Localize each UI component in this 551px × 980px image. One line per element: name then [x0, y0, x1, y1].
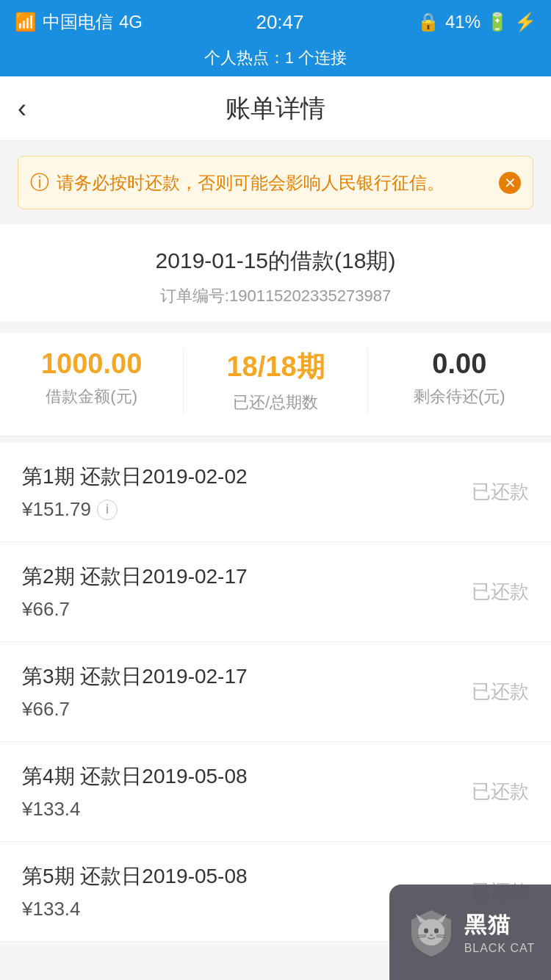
svg-point-5	[430, 934, 433, 937]
order-number-value: 190115202335273987	[229, 287, 391, 305]
info-icon-0[interactable]: i	[97, 500, 118, 520]
installment-period-3: 第4期 还款日2019-05-08	[22, 763, 248, 790]
order-number-label: 订单编号:	[160, 287, 229, 305]
status-right: 🔒 41% 🔋 ⚡	[417, 12, 536, 32]
warning-close-button[interactable]: ✕	[499, 172, 521, 194]
svg-point-0	[418, 919, 444, 945]
signal-icon: 📶	[15, 12, 37, 32]
installment-period-1: 第2期 还款日2019-02-17	[22, 563, 248, 591]
carrier-label: 中国电信	[43, 10, 113, 34]
installment-item: 第3期 还款日2019-02-17 ¥66.7 已还款	[0, 642, 551, 742]
installment-amount-4: ¥133.4	[22, 898, 248, 920]
stat-loan-amount: 1000.00 借款金额(元)	[0, 348, 183, 414]
page-title: 账单详情	[226, 92, 325, 126]
loan-amount-label: 借款金额(元)	[0, 386, 183, 408]
installment-left-3: 第4期 还款日2019-05-08 ¥133.4	[22, 763, 248, 821]
installment-period-2: 第3期 还款日2019-02-17	[22, 663, 248, 691]
installment-amount-2: ¥66.7	[22, 698, 248, 721]
installment-status-3: 已还款	[472, 779, 529, 804]
remaining-value: 0.00	[368, 348, 551, 380]
installment-status-0: 已还款	[472, 479, 529, 505]
installment-period-4: 第5期 还款日2019-05-08	[22, 862, 248, 890]
installment-left-1: 第2期 还款日2019-02-17 ¥66.7	[22, 563, 248, 621]
cat-chinese-text: 黑猫	[464, 910, 511, 940]
installment-left-0: 第1期 还款日2019-02-02 ¥151.79 i	[22, 463, 248, 521]
installment-amount-0: ¥151.79 i	[22, 498, 248, 521]
installment-left-2: 第3期 还款日2019-02-17 ¥66.7	[22, 663, 248, 721]
battery-icon: 🔋	[486, 12, 508, 32]
installment-item: 第1期 还款日2019-02-02 ¥151.79 i 已还款	[0, 442, 551, 542]
stat-remaining: 0.00 剩余待还(元)	[368, 348, 551, 414]
order-info: 2019-01-15的借款(18期) 订单编号:1901152023352739…	[0, 224, 551, 322]
installment-amount-3: ¥133.4	[22, 798, 248, 821]
installment-left-4: 第5期 还款日2019-05-08 ¥133.4	[22, 862, 248, 920]
remaining-label: 剩余待还(元)	[368, 386, 551, 408]
warning-icon: ⓘ	[30, 170, 49, 195]
warning-text: 请务必按时还款，否则可能会影响人民银行征信。	[57, 171, 499, 195]
battery-label: 41%	[445, 12, 480, 32]
black-cat-watermark: 黑猫 BLACK CAT	[389, 884, 551, 980]
installment-status-2: 已还款	[472, 679, 529, 705]
loan-amount-value: 1000.00	[0, 348, 183, 380]
periods-value: 18/18期	[184, 348, 367, 386]
status-left: 📶 中国电信 4G	[15, 10, 143, 34]
warning-banner: ⓘ 请务必按时还款，否则可能会影响人民银行征信。 ✕	[18, 156, 533, 209]
lock-icon: 🔒	[417, 12, 439, 32]
installment-item: 第2期 还款日2019-02-17 ¥66.7 已还款	[0, 542, 551, 642]
installment-item: 第4期 还款日2019-05-08 ¥133.4 已还款	[0, 742, 551, 842]
installment-amount-1: ¥66.7	[22, 598, 248, 621]
time-label: 20:47	[256, 11, 303, 34]
hotspot-text: 个人热点：1 个连接	[204, 48, 347, 67]
installment-status-1: 已还款	[472, 579, 529, 605]
network-label: 4G	[119, 12, 143, 32]
charge-icon: ⚡	[514, 12, 536, 32]
svg-point-3	[424, 929, 428, 934]
cat-text-area: 黑猫 BLACK CAT	[464, 910, 536, 955]
cat-english-text: BLACK CAT	[464, 942, 536, 955]
svg-point-4	[434, 929, 439, 934]
black-cat-logo	[406, 907, 457, 958]
stats-row: 1000.00 借款金额(元) 18/18期 已还/总期数 0.00 剩余待还(…	[0, 334, 551, 436]
order-title: 2019-01-15的借款(18期)	[0, 246, 551, 276]
stat-periods: 18/18期 已还/总期数	[184, 348, 367, 414]
installment-list: 第1期 还款日2019-02-02 ¥151.79 i 已还款 第2期 还款日2…	[0, 442, 551, 942]
hotspot-bar: 个人热点：1 个连接	[0, 44, 551, 76]
status-bar: 📶 中国电信 4G 20:47 🔒 41% 🔋 ⚡	[0, 0, 551, 44]
periods-label: 已还/总期数	[184, 392, 367, 414]
nav-bar: ‹ 账单详情	[0, 76, 551, 141]
installment-period-0: 第1期 还款日2019-02-02	[22, 463, 248, 491]
order-number: 订单编号:190115202335273987	[0, 285, 551, 307]
back-button[interactable]: ‹	[18, 93, 26, 124]
